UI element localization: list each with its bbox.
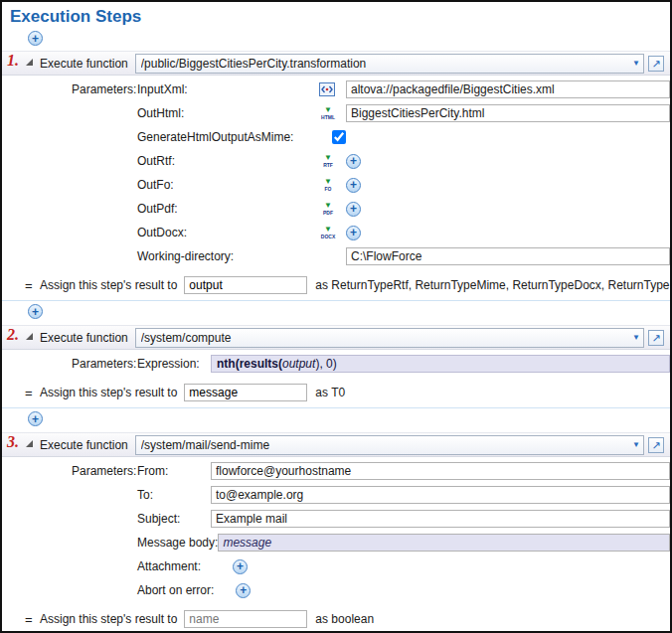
add-attachment-button[interactable]: +	[233, 559, 248, 574]
assign-result-row: = Assign this step's result to as T0	[2, 380, 670, 405]
step-number-annotation: 2.	[7, 326, 19, 344]
param-icon-cell	[318, 81, 346, 97]
assign-result-input[interactable]	[184, 384, 307, 401]
param-label: OutFo:	[137, 178, 318, 192]
collapse-triangle-icon[interactable]	[26, 333, 33, 340]
page-title: Execution Steps	[2, 2, 670, 29]
param-label: InputXml:	[137, 82, 318, 96]
dropdown-arrow-icon[interactable]: ▼	[632, 333, 640, 342]
step-1-header: 1. Execute function /public/BiggestCitie…	[2, 51, 670, 76]
param-field-cell	[346, 247, 670, 265]
param-row: Parameters: From:	[2, 459, 670, 483]
param-row: GenerateHtmlOutputAsMime:	[2, 125, 670, 149]
rtf-output-icon: ▼ RTF	[319, 154, 337, 168]
step-2-header: 2. Execute function /system/compute ▼ ↗	[2, 325, 670, 350]
param-row: Parameters: Expression: nth(results(outp…	[2, 352, 670, 376]
fo-output-icon: ▼ FO	[319, 178, 337, 192]
function-combobox[interactable]: /public/BiggestCitiesPerCity.transformat…	[135, 54, 644, 74]
message-body-field[interactable]	[218, 534, 670, 552]
param-icon-cell: ▼ RTF	[318, 154, 346, 168]
html-output-icon: ▼ HTML	[319, 106, 337, 120]
xml-input-icon	[319, 81, 335, 97]
function-path: /system/compute	[141, 331, 628, 345]
outhtml-field[interactable]	[346, 104, 670, 122]
add-abort-on-error-button[interactable]: +	[236, 583, 251, 598]
param-row: OutPdf: ▼ PDF +	[2, 197, 670, 221]
param-icon-cell: ▼ HTML	[318, 106, 346, 120]
step-1-parameters: Parameters: InputXml:	[2, 76, 670, 270]
step-number-annotation: 1.	[7, 52, 19, 70]
param-row: Message body:	[2, 531, 670, 554]
add-step-button[interactable]: +	[28, 411, 43, 426]
param-field-cell	[346, 104, 670, 122]
assign-result-input[interactable]	[184, 276, 307, 294]
param-row: OutDocx: ▼ DOCX +	[2, 221, 670, 244]
execute-function-label: Execute function	[40, 57, 128, 71]
parameters-label: Parameters:	[72, 82, 137, 96]
add-outdocx-value-button[interactable]: +	[346, 226, 361, 240]
add-step-row-3: +	[2, 407, 670, 432]
param-label: Expression:	[137, 357, 211, 371]
dropdown-arrow-icon[interactable]: ▼	[632, 440, 640, 449]
step-3-parameters: Parameters: From: To: Subject:	[2, 457, 670, 604]
add-step-row-2: +	[2, 300, 670, 325]
open-function-button[interactable]: ↗	[648, 330, 664, 346]
param-label: GenerateHtmlOutputAsMime:	[137, 130, 318, 144]
param-row: Working-directory:	[2, 244, 670, 268]
assign-type-text: as ReturnTypeRtf, ReturnTypeMime, Return…	[315, 278, 670, 292]
param-label: From:	[137, 464, 211, 478]
inputxml-field[interactable]	[346, 80, 670, 98]
dropdown-arrow-icon[interactable]: ▼	[632, 59, 640, 68]
param-label: Abort on error:	[137, 583, 214, 597]
param-field-cell	[346, 80, 670, 98]
assign-type-text: as T0	[315, 386, 670, 399]
assign-result-row: = Assign this step's result to as boolea…	[2, 606, 670, 632]
equals-sign: =	[25, 278, 40, 293]
pdf-output-icon: ▼ PDF	[319, 202, 337, 216]
function-path: /public/BiggestCitiesPerCity.transformat…	[141, 57, 628, 71]
working-directory-field[interactable]	[346, 247, 670, 265]
param-icon-cell	[318, 127, 349, 147]
expression-field[interactable]: nth(results(output), 0)	[211, 355, 670, 373]
param-label: OutHtml:	[137, 106, 318, 120]
add-outrtf-value-button[interactable]: +	[346, 154, 361, 169]
param-icon-cell: ▼ DOCX	[318, 226, 346, 239]
assign-result-input[interactable]	[184, 610, 307, 628]
collapse-triangle-icon[interactable]	[26, 59, 33, 66]
expression-fn-nth: nth(	[217, 357, 240, 371]
add-step-row-1: +	[2, 29, 670, 51]
assign-label: Assign this step's result to	[40, 278, 177, 292]
add-step-button[interactable]: +	[28, 31, 43, 46]
step-3: 3. Execute function /system/mail/send-mi…	[2, 432, 670, 632]
expression-fn-results: results(	[240, 357, 282, 371]
param-row: OutFo: ▼ FO +	[2, 173, 670, 197]
function-path: /system/mail/send-mime	[141, 438, 628, 452]
docx-output-icon: ▼ DOCX	[319, 226, 337, 239]
function-combobox[interactable]: /system/mail/send-mime ▼	[135, 435, 644, 455]
parameters-label: Parameters:	[72, 357, 137, 371]
step-3-header: 3. Execute function /system/mail/send-mi…	[2, 432, 670, 457]
add-outfo-value-button[interactable]: +	[346, 178, 361, 193]
from-field[interactable]	[211, 462, 670, 480]
generate-html-mime-checkbox[interactable]	[332, 130, 346, 144]
assign-label: Assign this step's result to	[40, 612, 177, 626]
param-label: OutRtf:	[137, 154, 318, 168]
param-row: Abort on error: +	[2, 578, 670, 602]
expression-var-output: output	[282, 357, 315, 371]
param-label: OutPdf:	[137, 202, 318, 216]
function-combobox[interactable]: /system/compute ▼	[135, 328, 644, 348]
open-function-button[interactable]: ↗	[648, 437, 664, 453]
open-function-button[interactable]: ↗	[648, 56, 664, 72]
add-step-button[interactable]: +	[28, 304, 43, 319]
to-field[interactable]	[211, 486, 670, 504]
collapse-triangle-icon[interactable]	[26, 440, 33, 447]
subject-field[interactable]	[211, 510, 670, 528]
execute-function-label: Execute function	[40, 331, 128, 345]
add-outpdf-value-button[interactable]: +	[346, 202, 361, 217]
param-icon-cell: ▼ FO	[318, 178, 346, 192]
param-label: Message body:	[137, 536, 218, 550]
step-2: 2. Execute function /system/compute ▼ ↗ …	[2, 325, 670, 405]
step-2-parameters: Parameters: Expression: nth(results(outp…	[2, 350, 670, 378]
param-row: Subject:	[2, 507, 670, 531]
equals-sign: =	[25, 612, 40, 627]
